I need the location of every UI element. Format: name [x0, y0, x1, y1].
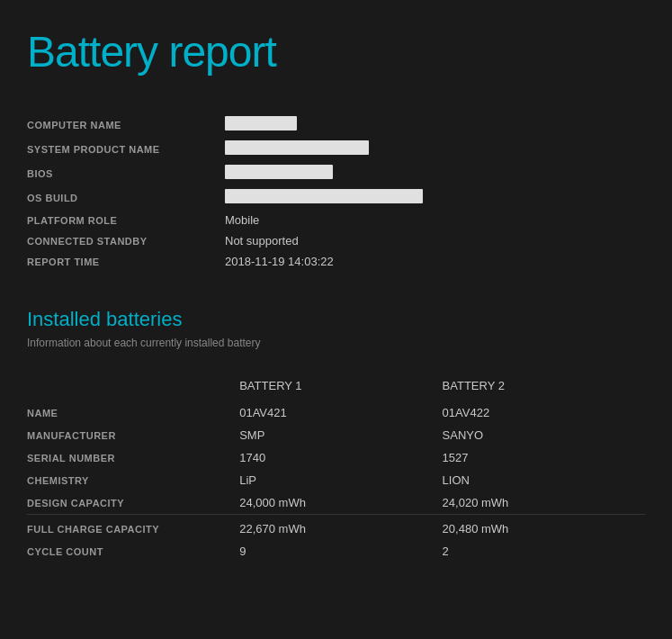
os-build-row: OS BUILD — [27, 185, 645, 210]
battery2-cell: LION — [443, 469, 645, 491]
os-build-redacted — [225, 189, 423, 203]
computer-name-label: COMPUTER NAME — [27, 112, 225, 137]
report-time-row: REPORT TIME 2018-11-19 14:03:22 — [27, 251, 645, 272]
battery-data-row: FULL CHARGE CAPACITY22,670 mWh20,480 mWh — [27, 515, 645, 541]
battery2-cell: SANYO — [443, 424, 645, 446]
battery1-cell: 01AV421 — [239, 401, 442, 424]
system-product-name-row: SYSTEM PRODUCT NAME — [27, 137, 645, 161]
bios-label: BIOS — [27, 161, 225, 185]
battery-data-row: NAME01AV42101AV422 — [27, 401, 645, 424]
battery1-cell: 1740 — [239, 446, 442, 469]
platform-role-row: PLATFORM ROLE Mobile — [27, 210, 645, 230]
installed-batteries-section: Installed batteries Information about ea… — [27, 308, 645, 562]
battery2-header: BATTERY 2 — [443, 374, 645, 401]
battery-row-label: SERIAL NUMBER — [27, 446, 239, 469]
battery-data-row: CYCLE COUNT92 — [27, 540, 645, 562]
battery1-cell: 22,670 mWh — [239, 515, 442, 541]
battery2-cell: 01AV422 — [443, 401, 645, 424]
battery-row-label: DESIGN CAPACITY — [27, 491, 239, 515]
battery1-cell: 9 — [239, 540, 442, 562]
system-product-name-label: SYSTEM PRODUCT NAME — [27, 137, 225, 161]
battery-row-label: MANUFACTURER — [27, 424, 239, 446]
battery-header-empty — [27, 374, 239, 401]
batteries-table: BATTERY 1 BATTERY 2 NAME01AV42101AV422MA… — [27, 374, 645, 562]
battery2-cell: 2 — [443, 540, 645, 562]
computer-name-redacted — [225, 116, 297, 130]
connected-standby-value: Not supported — [225, 230, 645, 251]
battery-data-row: SERIAL NUMBER17401527 — [27, 446, 645, 469]
system-info-table: COMPUTER NAME SYSTEM PRODUCT NAME BIOS O… — [27, 112, 645, 272]
battery1-cell: 24,000 mWh — [239, 491, 442, 515]
battery2-cell: 1527 — [443, 446, 645, 469]
battery-data-row: CHEMISTRYLiPLION — [27, 469, 645, 491]
platform-role-value: Mobile — [225, 210, 645, 230]
report-time-value: 2018-11-19 14:03:22 — [225, 251, 645, 272]
battery-row-label: FULL CHARGE CAPACITY — [27, 515, 239, 541]
battery-row-label: CHEMISTRY — [27, 469, 239, 491]
battery1-cell: LiP — [239, 469, 442, 491]
bios-redacted — [225, 165, 333, 179]
battery2-cell: 24,020 mWh — [443, 491, 645, 515]
installed-batteries-subtitle: Information about each currently install… — [27, 337, 645, 349]
bios-value — [225, 161, 645, 185]
battery1-cell: SMP — [239, 424, 442, 446]
os-build-value — [225, 185, 645, 210]
battery-data-row: MANUFACTURERSMPSANYO — [27, 424, 645, 446]
page-title: Battery report — [27, 27, 645, 76]
battery-data-row: DESIGN CAPACITY24,000 mWh24,020 mWh — [27, 491, 645, 515]
system-product-name-value — [225, 137, 645, 161]
connected-standby-label: CONNECTED STANDBY — [27, 230, 225, 251]
battery-header-row: BATTERY 1 BATTERY 2 — [27, 374, 645, 401]
computer-name-value — [225, 112, 645, 137]
computer-name-row: COMPUTER NAME — [27, 112, 645, 137]
battery-row-label: NAME — [27, 401, 239, 424]
battery1-header: BATTERY 1 — [239, 374, 442, 401]
os-build-label: OS BUILD — [27, 185, 225, 210]
bios-row: BIOS — [27, 161, 645, 185]
battery-row-label: CYCLE COUNT — [27, 540, 239, 562]
connected-standby-row: CONNECTED STANDBY Not supported — [27, 230, 645, 251]
platform-role-label: PLATFORM ROLE — [27, 210, 225, 230]
system-product-name-redacted — [225, 140, 369, 155]
installed-batteries-title: Installed batteries — [27, 308, 645, 331]
battery2-cell: 20,480 mWh — [443, 515, 645, 541]
report-time-label: REPORT TIME — [27, 251, 225, 272]
